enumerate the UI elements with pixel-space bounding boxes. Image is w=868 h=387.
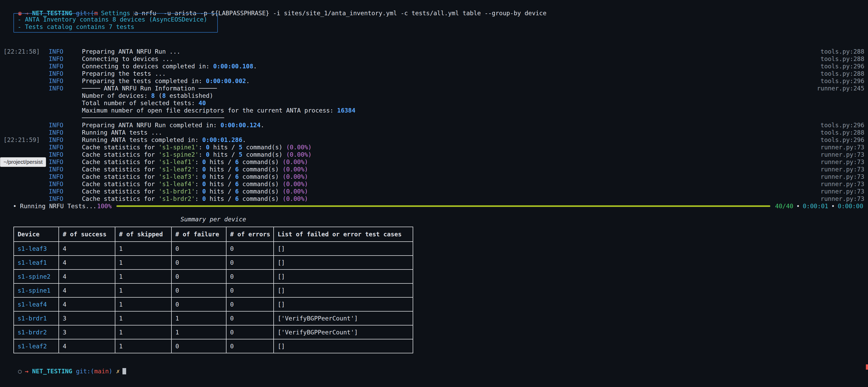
log-segment: .	[246, 77, 250, 84]
log-source-link[interactable]: runner.py:73	[820, 158, 866, 166]
log-segment: (0.00%)	[283, 188, 308, 195]
log-line: INFOCache statistics for 's1-spine2': 0 …	[3, 151, 866, 158]
table-cell: 0	[226, 339, 274, 353]
table-cell: []	[274, 283, 413, 297]
log-source-link[interactable]: runner.py:245	[817, 85, 866, 92]
summary-table-title: Summary per device	[13, 216, 413, 223]
log-message: Total number of selected tests: 40	[82, 99, 206, 107]
settings-panel: Settings - ANTA Inventory contains 8 dev…	[13, 13, 218, 33]
log-message: Running ANTA tests ...	[82, 129, 162, 136]
log-level: INFO	[49, 129, 82, 136]
log-line: Total number of selected tests: 40	[3, 99, 866, 107]
progress-label: Running NRFU Tests...	[20, 203, 97, 210]
log-segment: command(s)	[239, 166, 282, 173]
table-cell: 0	[226, 255, 274, 270]
table-row: s1-leaf44100[]	[14, 297, 413, 311]
bottom-prompt[interactable]: ○→NET_TESTINGgit:(main)✗	[3, 360, 866, 367]
log-segment: 's1-leaf1'	[158, 159, 195, 165]
log-timestamp	[3, 129, 49, 136]
column-header: Device	[14, 227, 59, 242]
column-header: # of skipped	[115, 227, 172, 242]
log-source-link[interactable]: tools.py:296	[820, 63, 866, 70]
log-timestamp	[3, 195, 49, 203]
log-source-link[interactable]: tools.py:288	[820, 48, 866, 55]
log-segment: :	[195, 181, 202, 187]
log-segment: Preparing the tests ...	[82, 70, 166, 77]
log-segment: :	[195, 173, 202, 180]
summary-table-body: s1-leaf34100[]s1-leaf14100[]s1-spine2410…	[14, 242, 413, 353]
log-source-link[interactable]: runner.py:73	[820, 166, 866, 173]
log-message: ───── ANTA NRFU Run Information ─────	[82, 85, 217, 92]
table-row: s1-spine24100[]	[14, 270, 413, 283]
log-segment: 's1-brdr2'	[158, 195, 195, 202]
table-cell: 0	[226, 270, 274, 283]
log-segment: established)	[166, 92, 213, 99]
table-cell: 1	[115, 311, 172, 325]
log-message: Cache statistics for 's1-brdr2': 0 hits …	[82, 195, 308, 203]
log-source-link[interactable]: tools.py:296	[820, 136, 866, 144]
prompt-arrow-icon: →	[25, 368, 28, 375]
log-line: INFOCache statistics for 's1-leaf1': 0 h…	[3, 158, 866, 166]
log-timestamp	[3, 107, 49, 114]
table-cell: []	[274, 270, 413, 283]
log-source-link[interactable]: runner.py:73	[820, 188, 866, 195]
log-level: INFO	[49, 77, 82, 85]
progress-remaining: 0:00:00	[838, 203, 863, 210]
column-header: # of failure	[172, 227, 226, 242]
log-level: INFO	[49, 70, 82, 77]
log-line: Number of devices: 8 (8 established)	[3, 92, 866, 99]
table-cell: 1	[115, 283, 172, 297]
log-source-link[interactable]: tools.py:296	[820, 121, 866, 129]
log-segment: 0	[202, 159, 206, 165]
log-segment: 0	[206, 144, 210, 151]
terminal-screen: ◉→NET_TESTINGgit:(main)✗anta nrfu -u ari…	[0, 0, 868, 387]
summary-table-header-row: Device# of success# of skipped# of failu…	[14, 227, 413, 242]
terminal-cursor[interactable]	[122, 368, 126, 374]
log-level: INFO	[49, 195, 82, 203]
log-segment: :	[195, 159, 202, 165]
log-segment: Cache statistics for	[82, 181, 158, 187]
log-segment: 0:00:00.002	[206, 77, 246, 84]
log-source-link[interactable]: tools.py:288	[820, 55, 866, 63]
table-cell: 0	[172, 339, 226, 353]
table-cell: 0	[226, 242, 274, 255]
log-line: INFOCache statistics for 's1-spine1': 0 …	[3, 144, 866, 151]
log-timestamp	[3, 144, 49, 151]
device-cell: s1-spine2	[14, 270, 59, 283]
table-cell: 0	[172, 283, 226, 297]
table-cell: 4	[59, 270, 115, 283]
log-timestamp	[3, 180, 49, 188]
log-segment: 's1-leaf4'	[158, 181, 195, 187]
table-cell: 3	[59, 325, 115, 339]
prompt-directory: NET_TESTING	[32, 368, 72, 375]
log-line: INFOConnecting to devices completed in: …	[3, 63, 866, 70]
log-timestamp: [22:21:59]	[3, 136, 49, 144]
log-source-link[interactable]: runner.py:73	[820, 195, 866, 203]
log-segment: :	[198, 144, 206, 151]
log-message: Connecting to devices ...	[82, 55, 173, 63]
log-level: INFO	[49, 55, 82, 63]
log-source-link[interactable]: runner.py:73	[820, 144, 866, 151]
log-source-link[interactable]: tools.py:296	[820, 77, 866, 85]
log-level: INFO	[49, 85, 82, 92]
log-segment: Running ANTA tests completed in:	[82, 136, 202, 143]
log-segment: 0	[202, 166, 206, 173]
log-line: ───────────────────────────────────────	[3, 114, 866, 121]
log-source-link[interactable]: tools.py:288	[820, 70, 866, 77]
log-timestamp	[3, 188, 49, 195]
log-source-link[interactable]: runner.py:73	[820, 173, 866, 180]
settings-panel-title: Settings	[98, 9, 133, 17]
git-dirty-icon: ✗	[116, 368, 120, 375]
log-source-link[interactable]: runner.py:73	[820, 180, 866, 188]
settings-catalog-line: - Tests catalog contains 7 tests	[18, 23, 217, 31]
log-source-link[interactable]: tools.py:288	[820, 129, 866, 136]
log-level: INFO	[49, 151, 82, 158]
log-timestamp	[3, 114, 49, 121]
progress-elapsed: 0:00:01	[803, 203, 828, 210]
log-source-link[interactable]: runner.py:73	[820, 151, 866, 158]
log-timestamp	[3, 77, 49, 85]
table-cell: 1	[115, 297, 172, 311]
progress-bar	[116, 205, 770, 207]
log-segment: 6	[235, 181, 239, 187]
log-level	[49, 92, 82, 99]
